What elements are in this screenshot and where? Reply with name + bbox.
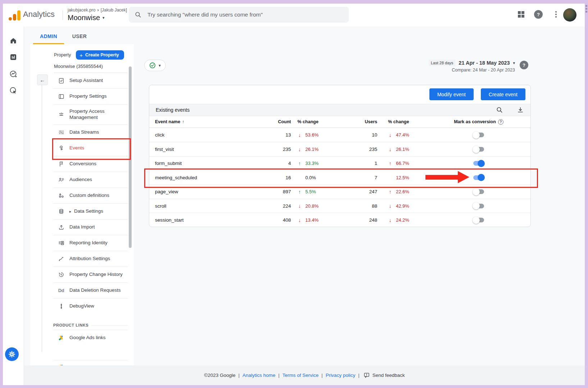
col-event-name[interactable]: Event name <box>155 119 180 124</box>
change-cell: ↓42.9% <box>377 203 424 209</box>
date-range-picker[interactable]: Last 28 days 21 Apr - 18 May 2023 ▾ Comp… <box>429 60 515 73</box>
reporting-identity-icon <box>58 240 65 247</box>
send-feedback[interactable]: Send feedback <box>364 372 405 378</box>
breadcrumb-user[interactable]: [Jakub Jacek] <box>101 8 127 13</box>
explore-icon[interactable] <box>9 70 18 78</box>
sidebar-item-audiences[interactable]: Audiences <box>53 172 128 188</box>
sidebar-item-custom-definitions[interactable]: Custom definitions <box>53 188 128 203</box>
percent-change-value: 24.2% <box>396 217 409 223</box>
annotation-arrow <box>425 175 459 180</box>
chevron-down-icon: ▾ <box>159 63 161 68</box>
mark-as-conversion-toggle[interactable] <box>473 161 484 166</box>
footer-separator <box>322 373 323 378</box>
arrow-up-icon: ↑ <box>297 161 302 166</box>
expand-caret-icon[interactable] <box>69 209 71 213</box>
global-search[interactable] <box>129 7 349 23</box>
sidebar-item-attribution-settings[interactable]: Attribution Settings <box>53 251 128 267</box>
apps-grid-icon[interactable] <box>516 10 526 19</box>
change-cell: ↓13.4% <box>291 217 338 223</box>
data-status-pill[interactable]: ▾ <box>144 60 166 71</box>
sidebar-item-property-settings[interactable]: Property Settings <box>53 88 128 104</box>
percent-change-value: 66.7% <box>396 161 409 166</box>
home-icon[interactable] <box>9 36 18 45</box>
property-access-management-icon <box>58 111 65 118</box>
sidebar-item-label: Property Access Management <box>69 108 128 121</box>
admin-gear-button[interactable] <box>5 347 19 361</box>
tab-user[interactable]: USER <box>64 29 95 44</box>
col-users-change[interactable]: % change <box>388 119 409 124</box>
global-search-input[interactable] <box>147 11 343 18</box>
page-help-button[interactable] <box>520 61 528 69</box>
tab-admin[interactable]: ADMIN <box>33 29 64 44</box>
sidebar-item-data-settings[interactable]: Data Settings <box>53 203 128 219</box>
check-circle-icon <box>149 62 156 69</box>
advertising-icon[interactable] <box>9 86 18 95</box>
count-cell: 4 <box>269 161 291 166</box>
event-row-session_start: session_start408↓13.4%248↓24.2% <box>149 213 530 227</box>
setup-assistant-icon <box>58 77 65 84</box>
panel-guide-line <box>42 84 42 352</box>
percent-change-value: 26.1% <box>396 147 409 152</box>
property-id[interactable]: Moonwise (355855544) <box>54 64 103 69</box>
change-cell: ↓53.6% <box>291 132 338 138</box>
footer-copyright: ©2023 Google <box>204 373 235 378</box>
sidebar-item-next-link-partial[interactable] <box>53 360 128 365</box>
conversion-cell <box>424 189 525 194</box>
app-header: Analytics jakubjacek.pro › [Jakub Jacek]… <box>3 4 585 27</box>
count-cell: 897 <box>269 189 291 194</box>
custom-definitions-icon <box>58 192 65 199</box>
reports-icon[interactable] <box>9 53 18 61</box>
create-event-button[interactable]: Create event <box>481 88 525 100</box>
footer-link-analytics-home[interactable]: Analytics home <box>242 373 275 378</box>
breadcrumb-site[interactable]: jakubjacek.pro <box>68 8 95 13</box>
mark-as-conversion-toggle[interactable] <box>473 133 484 137</box>
data-settings-icon <box>58 208 65 215</box>
modify-event-button[interactable]: Modify event <box>429 88 474 100</box>
breadcrumb[interactable]: jakubjacek.pro › [Jakub Jacek] Moonwise … <box>68 7 127 22</box>
footer: ©2023 Google Analytics home Terms of Ser… <box>24 365 585 385</box>
download-icon[interactable] <box>517 106 524 114</box>
arrow-down-icon: ↓ <box>297 132 302 138</box>
sidebar-item-data-deletion-requests[interactable]: DdData Deletion Requests <box>53 282 128 298</box>
mark-as-conversion-toggle[interactable] <box>473 189 484 194</box>
mark-as-conversion-toggle[interactable] <box>473 204 484 208</box>
sidebar-item-label: Google Ads links <box>69 335 106 341</box>
event-name-cell: page_view <box>155 189 269 194</box>
sidebar-item-setup-assistant[interactable]: Setup Assistant <box>53 73 128 88</box>
sidebar-item-reporting-identity[interactable]: Reporting Identity <box>53 235 128 251</box>
sidebar-item-google-ads-links[interactable]: Google Ads links <box>53 330 128 346</box>
col-count[interactable]: Count <box>269 119 291 124</box>
conversion-cell <box>424 161 525 166</box>
attribution-settings-icon <box>58 255 65 263</box>
sidebar-item-data-import[interactable]: Data Import <box>53 219 128 235</box>
create-property-button[interactable]: Create Property <box>76 50 124 60</box>
event-name-cell: form_submit <box>155 161 269 166</box>
footer-link-terms[interactable]: Terms of Service <box>282 373 319 378</box>
sidebar-item-property-access-management[interactable]: Property Access Management <box>53 104 128 124</box>
date-range-value[interactable]: 21 Apr - 18 May 2023 <box>459 60 510 66</box>
help-button[interactable] <box>534 10 543 19</box>
sort-ascending-icon[interactable]: ↑ <box>182 119 184 124</box>
col-users[interactable]: Users <box>338 119 377 124</box>
count-cell: 408 <box>269 217 291 223</box>
avatar[interactable] <box>563 8 576 22</box>
table-search-icon[interactable] <box>496 106 503 114</box>
edge-scroll-dot <box>585 5 587 7</box>
events-card: Modify event Create event Existing event… <box>149 85 531 227</box>
google-ads-links-icon <box>58 334 65 342</box>
property-switcher-label[interactable]: Moonwise <box>68 14 100 22</box>
conversion-cell <box>424 147 525 152</box>
sidebar-item-property-change-history[interactable]: Property Change History <box>53 267 128 282</box>
collapse-panel-button[interactable] <box>37 74 48 85</box>
event-row-scroll: scroll224↓20.8%88↓42.9% <box>149 199 530 213</box>
help-tooltip-icon[interactable] <box>498 119 503 125</box>
col-count-change[interactable]: % change <box>297 119 318 124</box>
mark-as-conversion-toggle[interactable] <box>473 147 484 152</box>
percent-change-value: 33.3% <box>305 161 319 166</box>
sidebar-item-data-streams[interactable]: Data Streams <box>53 124 128 140</box>
sidebar-item-debugview[interactable]: DebugView <box>53 298 128 314</box>
footer-link-privacy[interactable]: Privacy policy <box>325 373 355 378</box>
mark-as-conversion-toggle[interactable] <box>473 218 484 222</box>
percent-change-value: 47.4% <box>396 132 409 138</box>
more-options-icon[interactable] <box>552 11 560 18</box>
